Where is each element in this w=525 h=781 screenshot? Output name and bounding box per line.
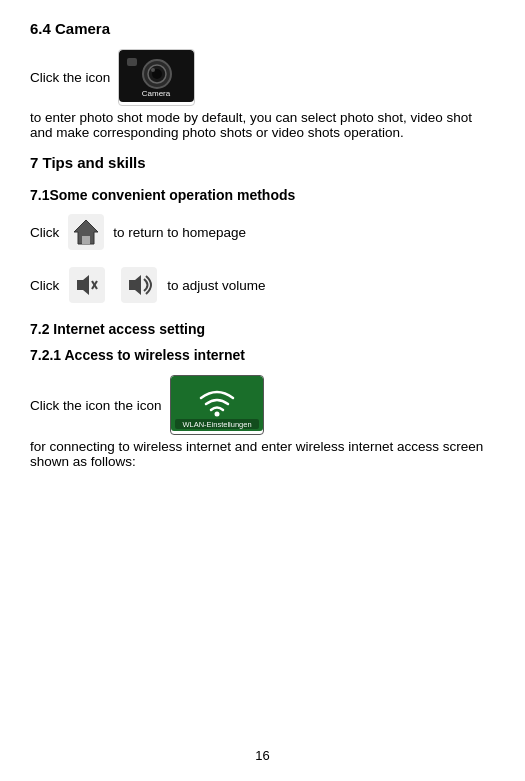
svg-point-17: [214, 412, 219, 417]
section-6-4: 6.4 Camera Click the icon Camera to ente…: [30, 20, 495, 140]
home-icon: [67, 213, 105, 251]
camera-icon: Camera: [119, 50, 194, 102]
section-7-1: 7.1Some convenient operation methods Cli…: [30, 187, 495, 305]
section-7: 7 Tips and skills: [30, 154, 495, 171]
wlan-icon: WLAN-Einstellungen: [171, 376, 263, 431]
home-icon-row: Click to return to homepage: [30, 213, 495, 251]
svg-text:Camera: Camera: [142, 89, 171, 98]
click-text-volume: Click: [30, 278, 59, 293]
heading-7-1: 7.1Some convenient operation methods: [30, 187, 495, 203]
camera-intro-row: Click the icon Camera to enter photo sho…: [30, 49, 495, 140]
page-number: 16: [255, 748, 269, 763]
svg-point-5: [151, 68, 155, 72]
svg-rect-9: [82, 236, 90, 244]
click-text-wlan-1: Click the icon: [30, 398, 110, 413]
volume-up-icon: [119, 265, 159, 305]
section-7-2-1: 7.2.1 Access to wireless internet Click …: [30, 347, 495, 469]
heading-7-2: 7.2 Internet access setting: [30, 321, 495, 337]
click-text-wlan-2: for connecting to wireless internet and …: [30, 439, 495, 469]
click-text-camera-1: Click the icon: [30, 70, 110, 85]
heading-6-4: 6.4 Camera: [30, 20, 495, 37]
volume-icon-row: Click to adjust volume: [30, 265, 495, 305]
svg-text:WLAN-Einstellungen: WLAN-Einstellungen: [182, 420, 251, 429]
click-text-the: the icon: [114, 398, 161, 413]
section-7-2: 7.2 Internet access setting: [30, 321, 495, 337]
click-text-volume-suffix: to adjust volume: [167, 278, 265, 293]
heading-7-2-1: 7.2.1 Access to wireless internet: [30, 347, 495, 363]
wlan-intro-row: Click the icon the icon WLAN-Einstellung…: [30, 375, 495, 469]
click-text-camera-2: to enter photo shot mode by default, you…: [30, 110, 495, 140]
click-text-home: Click: [30, 225, 59, 240]
heading-7: 7 Tips and skills: [30, 154, 495, 171]
svg-rect-1: [127, 58, 137, 66]
camera-icon-wrapper: Camera: [118, 49, 195, 106]
wlan-icon-wrapper: WLAN-Einstellungen: [170, 375, 264, 435]
volume-down-icon: [67, 265, 107, 305]
click-text-home-suffix: to return to homepage: [113, 225, 246, 240]
